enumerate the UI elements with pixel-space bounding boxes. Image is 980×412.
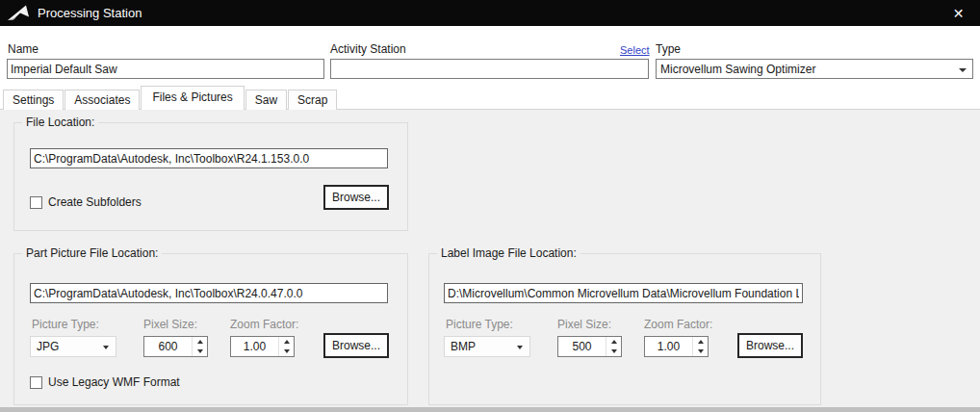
part-picture-type-dropdown[interactable]: JPG: [30, 336, 116, 357]
tab-settings[interactable]: Settings: [3, 90, 64, 110]
tab-associates[interactable]: Associates: [64, 90, 140, 110]
name-label: Name: [8, 42, 39, 56]
tab-scrap[interactable]: Scrap: [288, 90, 337, 110]
label-image-group: Label Image File Location: Picture Type:…: [428, 253, 821, 405]
tabstrip: Settings Associates Files & Pictures Saw…: [3, 89, 338, 110]
part-pixel-size-label: Pixel Size:: [143, 318, 197, 331]
stepper-arrows: [606, 337, 621, 356]
file-location-group: File Location: Create Subfolders Browse.…: [13, 122, 408, 231]
label-zoom-factor-stepper[interactable]: 1.00: [644, 336, 709, 357]
stepper-up-icon[interactable]: [193, 337, 207, 347]
file-location-browse-button[interactable]: Browse...: [323, 185, 389, 210]
stepper-up-icon[interactable]: [693, 337, 708, 347]
type-dropdown[interactable]: Microvellum Sawing Optimizer: [656, 59, 973, 79]
part-picture-type-label: Picture Type:: [32, 318, 99, 331]
label-image-path-input[interactable]: [444, 283, 803, 303]
label-pixel-size-value: 500: [558, 337, 606, 356]
window-bottom-edge: [0, 407, 980, 412]
part-zoom-factor-stepper[interactable]: 1.00: [230, 336, 295, 357]
part-pixel-size-stepper[interactable]: 600: [143, 336, 208, 357]
chevron-down-icon: [517, 346, 523, 349]
part-zoom-factor-label: Zoom Factor:: [230, 318, 298, 331]
part-picture-group-title: Part Picture File Location:: [22, 246, 162, 260]
stepper-arrows: [692, 337, 708, 356]
use-legacy-wmf-checkbox[interactable]: Use Legacy WMF Format: [30, 375, 180, 389]
stepper-down-icon[interactable]: [693, 347, 708, 356]
files-pictures-tab-panel: File Location: Create Subfolders Browse.…: [0, 109, 980, 407]
label-zoom-factor-label: Zoom Factor:: [644, 318, 712, 331]
window-title: Processing Station: [38, 6, 142, 20]
label-picture-type-label: Picture Type:: [446, 318, 513, 331]
label-picture-type-dropdown[interactable]: BMP: [444, 336, 530, 357]
stepper-up-icon[interactable]: [606, 337, 621, 347]
activity-station-select-link[interactable]: Select: [620, 44, 650, 56]
checkbox-box: [30, 196, 42, 209]
part-picture-browse-button[interactable]: Browse...: [323, 333, 389, 358]
processing-station-window: Processing Station ✕ Name Activity Stati…: [0, 0, 980, 412]
stepper-arrows: [278, 337, 294, 356]
part-zoom-factor-value: 1.00: [231, 337, 278, 356]
name-input[interactable]: [7, 59, 324, 79]
use-legacy-wmf-label: Use Legacy WMF Format: [48, 375, 180, 389]
close-icon[interactable]: ✕: [937, 0, 980, 26]
stepper-down-icon[interactable]: [606, 347, 621, 356]
file-location-group-title: File Location:: [22, 116, 98, 129]
part-picture-group: Part Picture File Location: Picture Type…: [13, 253, 408, 405]
label-zoom-factor-value: 1.00: [645, 337, 692, 356]
stepper-up-icon[interactable]: [279, 337, 294, 347]
part-pixel-size-value: 600: [144, 337, 192, 356]
chevron-down-icon: [959, 68, 967, 72]
label-pixel-size-stepper[interactable]: 500: [557, 336, 622, 357]
header-form: Name Activity Station Select Type Microv…: [0, 26, 980, 90]
create-subfolders-label: Create Subfolders: [48, 195, 142, 209]
label-picture-type-value: BMP: [451, 340, 476, 353]
file-location-path-input[interactable]: [30, 148, 388, 168]
part-picture-path-input[interactable]: [30, 283, 388, 303]
stepper-down-icon[interactable]: [193, 347, 207, 356]
label-pixel-size-label: Pixel Size:: [557, 318, 611, 331]
part-picture-type-value: JPG: [37, 340, 59, 353]
tab-files-and-pictures[interactable]: Files & Pictures: [141, 86, 244, 110]
label-image-group-title: Label Image File Location:: [437, 246, 580, 260]
type-label: Type: [656, 42, 681, 56]
chevron-down-icon: [103, 346, 109, 349]
activity-station-input[interactable]: [330, 59, 649, 79]
create-subfolders-checkbox[interactable]: Create Subfolders: [30, 195, 142, 209]
app-logo-icon: [7, 5, 30, 22]
type-dropdown-value: Microvellum Sawing Optimizer: [660, 63, 815, 76]
activity-station-label: Activity Station: [330, 42, 406, 56]
label-image-browse-button[interactable]: Browse...: [737, 333, 803, 358]
tab-saw[interactable]: Saw: [245, 90, 287, 110]
titlebar: Processing Station ✕: [0, 0, 980, 26]
stepper-arrows: [192, 337, 207, 356]
checkbox-box: [30, 376, 42, 389]
stepper-down-icon[interactable]: [279, 347, 294, 356]
